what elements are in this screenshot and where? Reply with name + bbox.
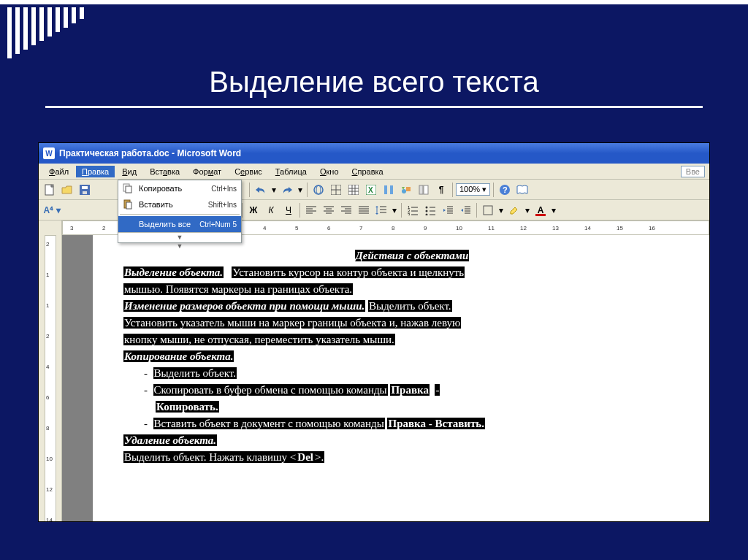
zoom-combo[interactable]: 100% ▾ — [456, 183, 490, 196]
align-right-icon[interactable] — [338, 202, 354, 218]
font-color-icon[interactable]: A — [533, 202, 549, 218]
excel-icon[interactable]: X — [363, 182, 379, 198]
edit-menu-dropdown: Копировать Ctrl+Ins Вставить Shift+Ins В… — [118, 180, 242, 243]
svg-point-55 — [426, 210, 428, 212]
show-hide-icon[interactable]: ¶ — [433, 182, 449, 198]
undo-icon[interactable] — [253, 182, 269, 198]
svg-text:3: 3 — [408, 212, 411, 215]
align-center-icon[interactable] — [321, 202, 337, 218]
svg-text:X: X — [368, 186, 373, 194]
borders-dropdown-icon[interactable]: ▾ — [497, 202, 505, 218]
menu-separator — [120, 214, 240, 215]
bullet-list-icon[interactable] — [422, 202, 438, 218]
align-justify-icon[interactable] — [356, 202, 372, 218]
menu-item-paste[interactable]: Вставить Shift+Ins — [118, 196, 241, 212]
svg-rect-2 — [82, 186, 88, 189]
line-spacing-icon[interactable] — [373, 202, 389, 218]
decorative-stripes — [7, 7, 84, 58]
svg-rect-72 — [126, 202, 131, 209]
spacing-dropdown-icon[interactable]: ▾ — [391, 202, 398, 218]
borders-icon[interactable] — [480, 202, 496, 218]
toolbar-separator — [299, 203, 300, 218]
doc-heading: Действия с объектами — [355, 250, 470, 261]
highlight-icon[interactable] — [506, 202, 522, 218]
svg-rect-13 — [348, 185, 359, 195]
document-page[interactable]: Действия с объектами Выделение объекта. … — [93, 235, 709, 522]
menu-item-select-all[interactable]: Выделить все Ctrl+Num 5 — [118, 216, 241, 232]
svg-rect-68 — [484, 206, 492, 215]
columns-icon[interactable] — [381, 182, 397, 198]
new-doc-icon[interactable] — [42, 182, 58, 198]
toolbar-separator — [307, 183, 308, 197]
decrease-indent-icon[interactable] — [440, 202, 456, 218]
redo-dropdown-icon[interactable]: ▾ — [297, 182, 304, 198]
svg-point-54 — [426, 206, 428, 208]
redo-icon[interactable] — [279, 182, 295, 198]
paste-icon — [123, 199, 136, 210]
italic-button[interactable]: К — [263, 202, 279, 218]
open-icon[interactable] — [59, 182, 75, 198]
svg-rect-25 — [424, 185, 428, 194]
numbered-list-icon[interactable]: 123 — [405, 202, 421, 218]
svg-rect-20 — [384, 185, 387, 194]
menu-insert[interactable]: Вставка — [144, 166, 186, 177]
drawing-icon[interactable] — [398, 182, 414, 198]
styles-icon[interactable]: A⁴ ▾ — [42, 202, 62, 218]
underline-button[interactable]: Ч — [280, 202, 297, 218]
toolbar-separator — [249, 183, 250, 197]
menu-edit[interactable]: Правка — [76, 166, 115, 177]
svg-rect-3 — [83, 191, 87, 194]
read-icon[interactable] — [514, 182, 530, 198]
svg-point-56 — [426, 213, 428, 215]
increase-indent-icon[interactable] — [457, 202, 473, 218]
svg-point-22 — [402, 189, 406, 193]
doc-map-icon[interactable] — [416, 182, 432, 198]
menu-help[interactable]: Справка — [346, 166, 389, 177]
insert-table-icon[interactable] — [346, 182, 362, 198]
menu-file[interactable]: Файл — [43, 166, 75, 177]
menu-format[interactable]: Формат — [187, 166, 227, 177]
word-screenshot: W Практическая работа.doc - Microsoft Wo… — [38, 142, 710, 522]
menu-item-copy[interactable]: Копировать Ctrl+Ins — [118, 180, 241, 196]
svg-point-8 — [314, 185, 323, 194]
title-underline — [45, 106, 703, 108]
top-border — [0, 0, 748, 4]
help-icon[interactable]: ? — [497, 182, 513, 198]
bold-button[interactable]: Ж — [245, 202, 262, 218]
svg-point-9 — [316, 185, 321, 194]
menu-table[interactable]: Таблица — [270, 166, 313, 177]
menu-window[interactable]: Окно — [314, 166, 345, 177]
page-margin — [62, 235, 93, 522]
tables-borders-icon[interactable] — [328, 182, 344, 198]
hyperlink-icon[interactable] — [310, 182, 327, 198]
svg-rect-21 — [390, 185, 393, 194]
svg-rect-24 — [419, 185, 423, 194]
highlight-dropdown-icon[interactable]: ▾ — [524, 202, 531, 218]
menubar: Файл Правка Вид Вставка Формат Сервис Та… — [39, 164, 709, 180]
font-color-dropdown-icon[interactable]: ▾ — [550, 202, 557, 218]
vertical-ruler[interactable]: 2112468101214 — [39, 235, 62, 522]
word-icon: W — [43, 147, 55, 159]
window-titlebar[interactable]: W Практическая работа.doc - Microsoft Wo… — [39, 143, 709, 164]
svg-rect-23 — [406, 187, 411, 191]
slide-title: Выделение всего текста — [0, 66, 748, 99]
toolbar-separator — [476, 203, 477, 218]
toolbar-separator — [242, 203, 243, 218]
copy-icon — [123, 183, 136, 193]
toolbar-separator — [452, 183, 453, 197]
svg-text:?: ? — [503, 185, 508, 194]
help-search-box[interactable]: Вве — [681, 166, 705, 177]
undo-dropdown-icon[interactable]: ▾ — [270, 182, 278, 198]
menu-expand-icon[interactable]: ▼▼ — [118, 232, 241, 242]
window-title: Практическая работа.doc - Microsoft Word — [59, 148, 241, 158]
svg-rect-70 — [126, 186, 131, 193]
menu-service[interactable]: Сервис — [229, 166, 268, 177]
toolbar-separator — [493, 183, 494, 197]
toolbar-separator — [401, 203, 402, 218]
align-left-icon[interactable] — [303, 202, 319, 218]
menu-view[interactable]: Вид — [116, 166, 142, 177]
save-icon[interactable] — [77, 182, 93, 198]
